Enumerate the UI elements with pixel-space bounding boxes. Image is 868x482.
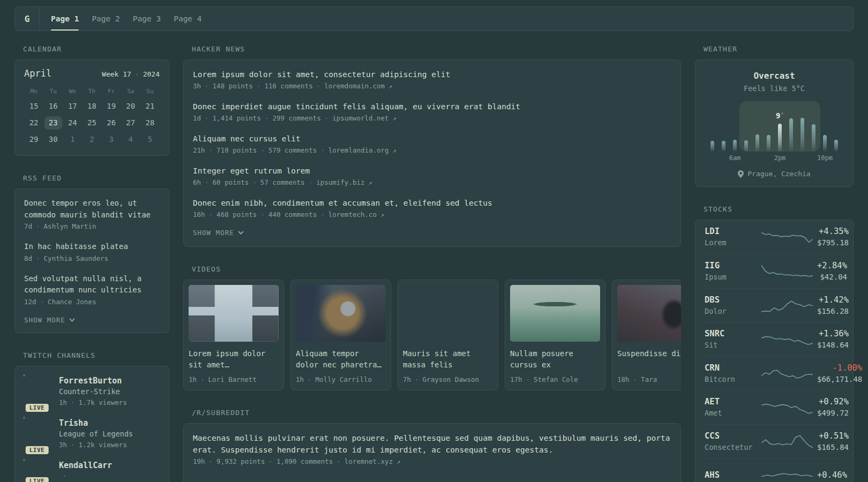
calendar-day: 22	[24, 115, 43, 131]
video-card[interactable]: Aliquam tempor dolor nec pharetra… 1h · …	[290, 280, 391, 390]
hn-show-more-button[interactable]: SHOW MORE	[193, 229, 244, 237]
hn-item-meta: 3h · 148 points · 116 comments · loremdo…	[193, 81, 671, 92]
weather-bar	[834, 140, 838, 152]
reddit-post-title[interactable]: Maecenas mollis pulvinar erat non posuer…	[193, 432, 671, 456]
separator-dot: ·	[265, 113, 269, 124]
rss-item-title[interactable]: In hac habitasse platea	[24, 241, 160, 253]
twitch-section-label: TWITCH CHANNELS	[23, 351, 169, 359]
calendar-weekday: Tu	[43, 86, 63, 96]
stock-row[interactable]: DBS Dolor +1.42% $156.28	[705, 288, 844, 322]
hn-item-time: 16h	[193, 209, 205, 220]
live-badge: LIVE	[25, 445, 50, 455]
calendar-month: April	[24, 68, 51, 79]
rss-item-title[interactable]: Sed volutpat nulla nisl, a condimentum n…	[24, 273, 160, 296]
stock-identity: SNRC Sit	[705, 328, 757, 350]
stock-row[interactable]: CRN Bitcorn -1.00% $66,171.48	[705, 356, 844, 390]
weather-bar	[744, 140, 748, 152]
weather-time-label: 10pm	[817, 154, 833, 162]
stock-change: +4.35%	[817, 226, 849, 237]
external-link-icon: ↗	[393, 113, 396, 124]
hn-item-meta: 1d · 1,414 points · 299 comments · ipsum…	[193, 113, 671, 124]
nav-tab[interactable]: Page 2	[86, 7, 125, 31]
avatar-wrap: LIVE	[24, 418, 50, 450]
stock-name: Sit	[705, 340, 757, 350]
twitch-channel-row[interactable]: LIVE ForrestBurton Counter-Strike 1h · 1…	[24, 375, 160, 408]
stock-identity: IIG Ipsum	[705, 260, 757, 282]
stock-values: +0.46%	[817, 470, 847, 481]
hn-item-domain[interactable]: loremdomain.com	[324, 81, 385, 92]
stock-row[interactable]: CCS Consectetur +0.51% $165.84	[705, 424, 844, 458]
hn-item-title[interactable]: Lorem ipsum dolor sit amet, consectetur …	[193, 69, 671, 80]
twitch-channel-row[interactable]: LIVE Trisha League of Legends 3h · 1.2k …	[24, 418, 160, 450]
chevron-down-icon	[238, 231, 244, 235]
hn-item-title[interactable]: Integer eget rutrum lorem	[193, 165, 671, 177]
stock-name: Bitcorn	[705, 374, 757, 385]
video-age: 18h	[617, 374, 630, 385]
separator-dot: ·	[36, 253, 40, 264]
separator-dot: ·	[200, 374, 205, 385]
stock-values: +2.84% $42.04	[817, 260, 847, 282]
twitch-channel-meta: 1h · 1.7k viewers	[59, 397, 127, 408]
calendar-day: 17	[63, 98, 82, 115]
twitch-channel-name: ForrestBurton	[59, 375, 127, 386]
video-card[interactable]: Mauris sit amet massa felis 7h · Grayson…	[398, 280, 498, 390]
stock-name: Amet	[705, 408, 757, 418]
hn-item-title[interactable]: Aliquam nec cursus elit	[193, 133, 671, 145]
reddit-post-comments: 1,090 comments	[276, 456, 333, 467]
video-card[interactable]: Suspendisse diam 18h · Tara	[612, 280, 681, 390]
twitch-channel-row[interactable]: LIVE KendallCarr ·	[24, 460, 160, 481]
stock-row[interactable]: AHS +0.46%	[705, 458, 844, 482]
separator-dot: ·	[209, 456, 213, 467]
stocks-card: LDI Lorem +4.35% $795.18	[695, 220, 854, 482]
app-logo[interactable]: G	[15, 7, 39, 31]
stock-sparkline	[761, 296, 813, 314]
hn-item-domain[interactable]: loremtech.co	[328, 209, 377, 220]
calendar-day: 5	[140, 131, 160, 148]
stock-row[interactable]: SNRC Sit +1.36% $148.64	[705, 322, 844, 357]
hackernews-card: Lorem ipsum dolor sit amet, consectetur …	[183, 59, 681, 247]
topbar: G Page 1Page 2Page 3Page 4	[14, 6, 854, 31]
stock-values: +0.92% $499.72	[817, 396, 849, 418]
twitch-widget: TWITCH CHANNELS LIVE ForrestBurton Count…	[14, 351, 169, 482]
video-card[interactable]: Lorem ipsum dolor sit amet consectetu… 1…	[183, 280, 284, 390]
stock-identity: LDI Lorem	[705, 226, 757, 248]
external-link-icon: ↗	[396, 456, 400, 467]
stock-sparkline	[761, 262, 813, 281]
hn-item-meta: 21h · 710 points · 579 comments · loreml…	[193, 145, 671, 156]
reddit-post-domain[interactable]: loremnet.xyz	[345, 456, 393, 467]
weather-widget: WEATHER Overcast Feels like 5°C 9° 6am2p…	[695, 45, 854, 187]
rss-item-time: 8d	[24, 253, 32, 264]
stock-price: $499.72	[817, 408, 849, 418]
calendar-day: 30	[43, 131, 63, 148]
stock-change: +0.92%	[817, 396, 849, 408]
stock-row[interactable]: LDI Lorem +4.35% $795.18	[705, 220, 844, 254]
calendar-weekday: Fr	[102, 86, 121, 96]
nav-tab[interactable]: Page 3	[127, 7, 167, 31]
calendar-day: 2	[82, 131, 101, 148]
separator-dot: ·	[320, 145, 325, 156]
stock-ticker: CCS	[705, 431, 757, 442]
hn-item-domain[interactable]: loremlandia.org	[328, 145, 389, 156]
stock-sparkline	[761, 466, 813, 482]
hn-item-domain[interactable]: ipsumworld.net	[332, 113, 388, 124]
hn-item-title[interactable]: Donec imperdiet augue tincidunt felis al…	[193, 101, 671, 112]
video-card[interactable]: Nullam posuere cursus ex 17h · Stefan Co…	[505, 280, 605, 390]
separator-dot: ·	[325, 113, 329, 124]
calendar-weekday: We	[63, 86, 82, 96]
video-title: Nullam posuere cursus ex	[510, 348, 600, 371]
rss-show-more-button[interactable]: SHOW MORE	[24, 316, 75, 324]
stocks-list: LDI Lorem +4.35% $795.18	[705, 220, 844, 482]
hn-item-domain[interactable]: ipsumify.biz	[316, 177, 364, 188]
stock-identity: AET Amet	[705, 396, 757, 418]
rss-item-title[interactable]: Donec tempor eros leo, ut commodo mauris…	[24, 198, 160, 221]
stock-row[interactable]: IIG Ipsum +2.84% $42.04	[705, 254, 844, 289]
nav-tab[interactable]: Page 4	[168, 7, 207, 31]
separator-dot: ·	[633, 374, 638, 385]
hn-item-title[interactable]: Donec enim nibh, condimentum et accumsan…	[193, 197, 671, 209]
rss-item-meta: 8d · Cynthia Saunders	[24, 253, 160, 264]
video-author: Tara	[641, 374, 657, 385]
stock-row[interactable]: AET Amet +0.92% $499.72	[705, 390, 844, 425]
hn-item: Integer eget rutrum lorem 6h · 60 points…	[193, 165, 671, 188]
reddit-post-points: 9,932 points	[216, 456, 265, 467]
nav-tab[interactable]: Page 1	[45, 7, 85, 31]
